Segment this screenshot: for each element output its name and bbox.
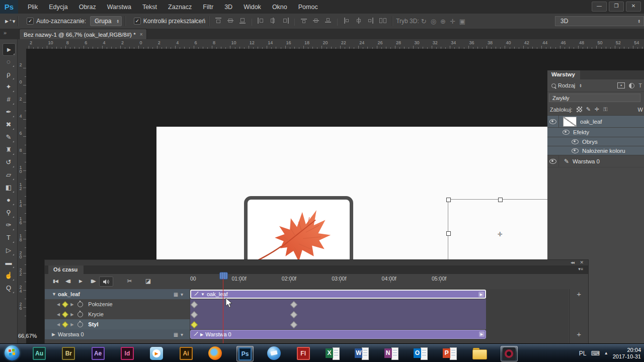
panel-collapse-icon[interactable]: » <box>4 30 7 36</box>
keyframe-diamond[interactable] <box>290 311 297 318</box>
quick-selection-tool[interactable]: ✦ <box>3 81 15 93</box>
timeline-tab[interactable]: Oś czasu <box>48 265 84 274</box>
document-tab[interactable]: Bez nazwy-1 @ 66,7% (oak_leaf,RGB/8#) * … <box>19 29 147 40</box>
taskbar-onenote[interactable]: N <box>383 346 399 360</box>
twirl-icon[interactable]: ▼ <box>52 292 58 297</box>
auto-select-checkbox[interactable]: ✓ <box>27 18 34 25</box>
status-zoom-level[interactable]: 66,67% <box>18 333 37 339</box>
visibility-cell[interactable] <box>547 155 559 167</box>
property-row-Położenie[interactable]: ◀▶Położenie <box>45 299 190 310</box>
eye-icon[interactable] <box>549 119 556 124</box>
layer-effect-stroke-row[interactable]: Obrys <box>547 137 644 146</box>
lock-all-icon[interactable]: ⚿ <box>603 106 607 113</box>
close-panel-icon[interactable]: ✕ <box>580 260 583 265</box>
visibility-cell[interactable] <box>547 116 559 127</box>
layer-effect-color-overlay-row[interactable]: Nałożenie koloru <box>547 146 644 155</box>
filter-kind-value[interactable]: Rodzaj <box>558 82 575 88</box>
taskbar-word[interactable]: W <box>354 346 370 360</box>
gradient-tool[interactable]: ◧ <box>3 182 15 193</box>
layer-name[interactable]: oak_leaf <box>580 119 602 125</box>
language-indicator[interactable]: PL <box>579 350 587 357</box>
lock-pixels-icon[interactable]: ✎ <box>586 106 591 113</box>
add-media-button[interactable]: + <box>577 330 581 338</box>
taskbar-id[interactable]: Id <box>119 346 135 360</box>
menu-pomoc[interactable]: Pomoc <box>293 1 324 13</box>
marquee-tool[interactable]: ◌ <box>3 56 15 67</box>
keyframe-diamond[interactable] <box>290 321 297 328</box>
add-keyframe-icon[interactable] <box>62 321 68 328</box>
layers-tab[interactable]: Warstwy <box>547 70 580 79</box>
lock-transparent-icon[interactable] <box>577 107 582 112</box>
playhead-marker[interactable] <box>219 272 228 280</box>
lock-position-icon[interactable]: ✛ <box>595 106 599 113</box>
blur-tool[interactable]: ● <box>3 194 15 206</box>
property-track[interactable] <box>190 309 486 320</box>
keyframe-diamond[interactable] <box>191 321 198 328</box>
taskbar-powerpoint[interactable]: P <box>442 346 458 360</box>
workspace-dropdown[interactable]: 3D ▲▼ <box>555 16 644 26</box>
effects-label[interactable]: Efekty <box>573 129 589 135</box>
filter-image-icon[interactable]: ▲ <box>617 82 625 88</box>
add-keyframe-icon[interactable] <box>62 311 68 318</box>
move-tool-icon[interactable]: ►⁺ ▾ <box>4 18 15 25</box>
next-keyframe-icon[interactable]: ▶ <box>70 312 73 317</box>
transition-icon[interactable]: ◪ <box>141 277 154 286</box>
history-brush-tool[interactable]: ↺ <box>3 156 15 168</box>
hand-tool[interactable]: ☝ <box>3 269 15 281</box>
clone-stamp-tool[interactable]: ♜ <box>3 144 15 155</box>
tray-expand-icon[interactable]: ▲ <box>604 351 608 355</box>
timeline-ruler[interactable]: 0001:00f02:00f03:00f04:00f05:00f <box>190 274 568 282</box>
next-keyframe-icon[interactable]: ▶ <box>70 322 73 327</box>
eyedropper-tool[interactable]: ✒ <box>3 106 15 118</box>
twirl-icon[interactable]: ▶ <box>52 332 58 337</box>
menu-edycja[interactable]: Edycja <box>43 1 73 13</box>
eye-icon[interactable] <box>572 139 579 144</box>
add-keyframe-icon[interactable] <box>62 301 68 308</box>
menu-widok[interactable]: Widok <box>238 1 267 13</box>
layer-name[interactable]: Warstwa 0 <box>573 158 600 164</box>
brush-tool[interactable]: ✎ <box>3 131 15 143</box>
track-header-Warstwa 0[interactable]: ▶Warstwa 0▦ ▾ <box>45 329 190 340</box>
taskbar-ai[interactable]: Ai <box>178 346 194 360</box>
menu-plik[interactable]: Plik <box>22 1 43 13</box>
transform-handle[interactable] <box>446 198 451 202</box>
go-to-first-frame-button[interactable]: ▮◀ <box>49 277 62 286</box>
split-at-playhead-icon[interactable]: ✂ <box>123 277 136 286</box>
filter-adjustment-icon[interactable] <box>629 83 634 88</box>
transform-controls-checkbox[interactable]: ✓ <box>134 18 141 25</box>
eraser-tool[interactable]: ▱ <box>3 169 15 180</box>
menu-3d[interactable]: 3D <box>219 1 238 13</box>
close-button[interactable]: ✕ <box>626 2 641 12</box>
vertical-ruler[interactable]: 202468101214161820222426 <box>17 49 27 347</box>
panel-menu-icon[interactable]: ▾≡ <box>578 266 583 272</box>
clock[interactable]: 20:04 2017-10-31 <box>613 347 641 360</box>
stopwatch-icon[interactable] <box>77 302 83 307</box>
transform-handle[interactable] <box>498 198 503 202</box>
lasso-tool[interactable]: ρ <box>3 68 15 80</box>
menu-zaznacz[interactable]: Zaznacz <box>163 1 197 13</box>
layer-row-oak-leaf[interactable]: oak_leaf <box>547 116 644 128</box>
eye-icon[interactable] <box>549 159 556 164</box>
eye-icon[interactable] <box>572 148 579 153</box>
property-row-Styl[interactable]: ◀▶Styl <box>45 319 190 330</box>
stopwatch-icon[interactable] <box>77 322 83 327</box>
move-tool[interactable]: ► <box>3 43 16 56</box>
taskbar-windows-media-player[interactable]: ▶ <box>148 346 165 360</box>
menu-obraz[interactable]: Obraz <box>73 1 102 13</box>
menu-filtr[interactable]: Filtr <box>197 1 219 13</box>
add-media-button[interactable]: + <box>577 290 581 298</box>
menu-tekst[interactable]: Tekst <box>137 1 163 13</box>
taskbar-br[interactable]: Br <box>60 346 76 360</box>
pen-tool[interactable]: ✑ <box>3 219 15 231</box>
keyframe-diamond[interactable] <box>191 311 198 318</box>
keyboard-icon[interactable]: ⌨ <box>591 350 599 357</box>
taskbar-thunderbird[interactable] <box>266 346 282 360</box>
audio-toggle-button[interactable] <box>99 277 113 287</box>
shape-tool[interactable]: ▬ <box>3 257 15 268</box>
menu-okno[interactable]: Okno <box>267 1 293 13</box>
taskbar-firefox[interactable] <box>207 346 223 360</box>
taskbar-security-app[interactable] <box>501 346 518 361</box>
blend-mode-dropdown[interactable]: Zwykły <box>549 94 640 102</box>
tab-close-icon[interactable]: × <box>140 32 143 37</box>
prev-keyframe-icon[interactable]: ◀ <box>57 312 60 317</box>
